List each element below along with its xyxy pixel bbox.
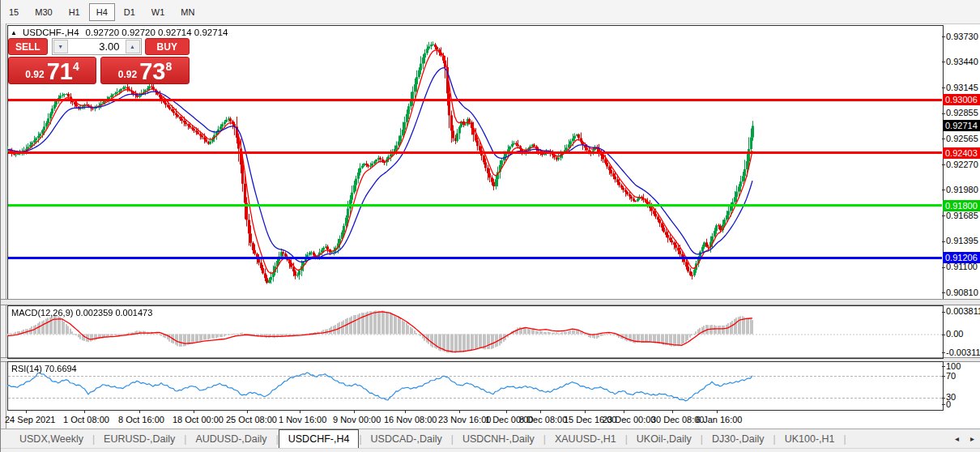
chart-header: ▲ USDCHF-,H4 0.92720 0.92720 0.92714 0.9… [11,27,228,38]
time-axis-tickmark [405,410,406,413]
horizontal-level-line[interactable] [8,204,942,207]
tab-xauusd--h1[interactable]: XAUUSD-,H1 [546,431,625,447]
timeframe-button-mn[interactable]: MN [173,3,202,21]
price-axis-tick: 0.91395 [946,236,978,245]
rsi-axis-tick: 100 [946,361,961,371]
level-price-tag: 0.91206 [943,252,980,263]
volume-stepper: ▼ 3.00 ▲ [52,38,142,55]
tab-usdchf--h4[interactable]: USDCHF-,H4 [279,429,360,450]
macd-axis-tickmark [942,335,945,335]
chart-ohlc-values: 0.92720 0.92720 0.92714 0.92714 [86,28,228,37]
one-click-trade-panel: SELL ▼ 3.00 ▲ BUY 0.92 71 4 0.92 73 8 [8,38,190,84]
chart-tab-bar: USDX,Weekly|EURUSD-,Daily|AUDUSD-,Daily|… [1,429,980,448]
tab-usdcad--daily[interactable]: USDCAD-,Daily [362,431,451,447]
price-axis-tick: 0.90810 [946,288,978,297]
buy-price-pip: 8 [165,60,172,73]
price-axis-tickmark [942,292,945,293]
tab-scroll-right-icon[interactable]: ▸ [970,434,974,443]
buy-price-prefix: 0.92 [118,69,137,80]
tab-usdcnh--daily[interactable]: USDCNH-,Daily [454,431,543,447]
time-axis-label: 1 Oct 08:00 [63,415,109,424]
time-axis-label: 23 Nov 16:00 [438,415,491,424]
level-price-tag: 0.91800 [943,200,980,211]
timeframe-button-h1[interactable]: H1 [62,3,87,21]
price-axis-tickmark [942,190,945,190]
tab-uk100--h1[interactable]: UK100-,H1 [776,431,844,447]
rsi-axis-tickmark [942,398,945,399]
tab-eurusd--daily[interactable]: EURUSD-,Daily [95,431,184,447]
time-axis-label: 8 Oct 16:00 [118,415,164,424]
buy-button[interactable]: BUY [145,38,190,55]
rsi-axis-tickmark [942,404,945,405]
time-axis-label: 25 Oct 08:00 [226,415,277,424]
macd-axis-tick: -0.003115 [946,348,980,357]
tab-ukoil--daily[interactable]: UKOil-,Daily [628,431,701,447]
price-axis-tick: 0.91980 [946,185,978,194]
time-axis-tickmark [354,410,355,413]
volume-increase-icon[interactable]: ▲ [126,40,140,53]
price-axis-tick: 0.92855 [946,108,978,117]
time-axis-tickmark [624,410,624,413]
rsi-axis-tickmark [942,366,945,367]
buy-price-display[interactable]: 0.92 73 8 [100,57,190,84]
volume-decrease-icon[interactable]: ▼ [53,40,68,53]
time-axis-label: 24 Sep 2021 [5,415,55,424]
sell-button[interactable]: SELL [8,38,48,55]
sell-price-display[interactable]: 0.92 71 4 [8,57,96,84]
tab-separator: | [844,433,846,445]
sell-price-big: 71 [47,59,73,83]
window-bottom-edge [1,448,980,452]
tab-scroll-arrows: ◂ ▸ [955,434,974,443]
sell-price-prefix: 0.92 [25,69,44,80]
time-axis-label: 9 Nov 00:00 [333,415,381,424]
window-left-frame [1,23,6,452]
time-axis: 24 Sep 20211 Oct 08:008 Oct 16:0018 Oct … [7,411,980,429]
time-axis-label: 23 Dec 00:00 [603,415,655,424]
panel-splitter[interactable] [1,299,980,305]
timeframe-button-15[interactable]: 15 [2,3,26,21]
price-axis-tickmark [942,164,945,165]
timeframe-button-w1[interactable]: W1 [144,3,173,21]
price-axis-tick: 0.93730 [946,32,978,41]
time-axis-label: 8 Dec 08:00 [519,415,567,424]
macd-axis-tick: 0.003811 [946,306,980,316]
time-axis-tickmark [139,410,140,413]
timeframe-button-h4[interactable]: H4 [89,3,115,21]
tab-scroll-left-icon[interactable]: ◂ [955,434,959,443]
level-price-tag: 0.93006 [943,94,980,105]
time-axis-tickmark [194,410,194,413]
time-axis-tickmark [300,410,300,413]
macd-axis-tickmark [942,352,945,353]
tab-usdx-weekly[interactable]: USDX,Weekly [11,431,92,447]
horizontal-level-line[interactable] [8,257,942,259]
tab-dj30--daily[interactable]: DJ30-,Daily [703,431,773,447]
chart-symbol-label: USDCHF-,H4 [23,28,79,37]
time-axis-tickmark [672,410,673,413]
price-axis-tickmark [942,36,945,37]
time-axis-tickmark [26,410,27,413]
price-axis-tickmark [942,62,945,62]
price-axis-tickmark [942,267,945,268]
current-price-tag: 0.92714 [943,120,980,131]
time-axis-label: 18 Oct 00:00 [173,415,224,424]
price-axis-tickmark [942,215,945,216]
horizontal-level-line[interactable] [8,151,942,154]
timeframe-toolbar: 15M30H1H4D1W1MN [1,0,980,24]
time-axis-tickmark [585,410,586,413]
timeframe-button-d1[interactable]: D1 [117,3,143,21]
volume-input[interactable]: 3.00 [69,39,125,54]
price-axis-tick: 0.91685 [946,211,978,220]
rsi-label: RSI(14) 70.6694 [11,364,77,373]
macd-axis-tickmark [942,312,945,313]
price-axis-tickmark [942,139,945,139]
time-axis-label: 16 Nov 08:00 [384,415,437,424]
trading-platform-window: 15M30H1H4D1W1MN ▲ USDCHF-,H4 0.92720 0.9… [0,0,980,452]
sell-price-pip: 4 [73,60,79,73]
tab-audusd--daily[interactable]: AUDUSD-,Daily [186,431,275,447]
timeframe-button-m30[interactable]: M30 [28,3,59,21]
collapse-chevron-icon[interactable]: ▲ [11,29,17,36]
rsi-canvas[interactable] [7,361,942,409]
rsi-axis-tick: 70 [946,371,956,381]
horizontal-level-line[interactable] [8,99,942,101]
price-axis-tick: 0.93440 [946,57,978,66]
